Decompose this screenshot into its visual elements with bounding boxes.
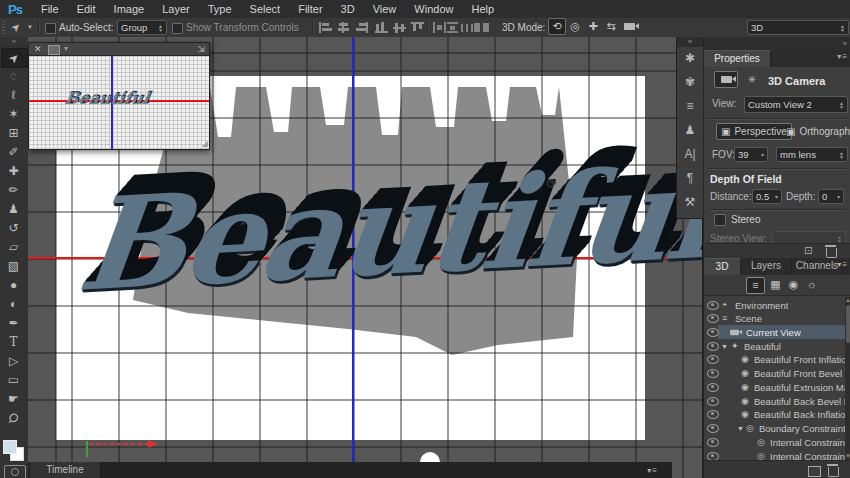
new-item-icon[interactable]: [808, 466, 821, 477]
zoom-tool[interactable]: Ϙ: [1, 409, 26, 427]
panel-menu-icon[interactable]: [837, 260, 848, 269]
dodge-tool[interactable]: ◐: [1, 295, 26, 313]
trash-icon[interactable]: [826, 248, 837, 258]
visibility-eye-icon[interactable]: [707, 355, 719, 364]
adjustments-panel-icon[interactable]: ≡: [677, 94, 703, 118]
visibility-eye-icon[interactable]: [707, 342, 719, 351]
expand-panels-icon[interactable]: «: [677, 37, 703, 47]
pen-tool[interactable]: ✒: [1, 314, 26, 332]
lasso-tool[interactable]: ℓ: [1, 86, 26, 104]
visibility-eye-icon[interactable]: [707, 397, 719, 406]
roll-3d-camera-icon[interactable]: ◎: [567, 19, 583, 34]
options-grip[interactable]: [2, 21, 5, 34]
tab-layers[interactable]: Layers: [741, 258, 792, 274]
dock-collapse-icon[interactable]: »: [704, 37, 850, 50]
panel-menu-icon[interactable]: [647, 466, 658, 475]
visibility-eye-icon[interactable]: [707, 424, 719, 433]
expand-triangle-icon[interactable]: ▼: [737, 422, 744, 435]
scene-row-material[interactable]: ◉ Beautiful Back Inflation M...: [704, 408, 845, 421]
menu-layer[interactable]: Layer: [153, 3, 199, 15]
scene-row-scene[interactable]: ≡ Scene: [704, 312, 845, 325]
eyedropper-tool[interactable]: ✐: [1, 143, 26, 161]
view-thumbnail-icon[interactable]: [48, 45, 60, 55]
healing-brush-tool[interactable]: ✚: [1, 162, 26, 180]
camera-properties-button[interactable]: [714, 71, 738, 88]
panel-menu-icon[interactable]: [837, 52, 848, 61]
filter-lights-icon[interactable]: ☼: [803, 277, 820, 292]
scene-row-material[interactable]: ◉ Beautiful Front Inflation ...: [704, 353, 845, 366]
view-dropdown[interactable]: Custom View 2 ▲▼: [744, 96, 848, 113]
align-bottom-edges-icon[interactable]: [375, 22, 388, 33]
lens-dropdown[interactable]: mm lens ▲▼: [776, 147, 848, 162]
distribute-widths-icon[interactable]: [474, 22, 490, 33]
canvas-viewport[interactable]: Beautiful ⟳ ✕ ▾ ⇲ Beautiful ◢: [28, 37, 702, 478]
eraser-tool[interactable]: ▱: [1, 238, 26, 256]
camera-coordinates-button[interactable]: ✳: [742, 71, 762, 88]
orbit-3d-camera-icon[interactable]: ⟲: [548, 18, 566, 35]
menu-type[interactable]: Type: [199, 3, 241, 15]
visibility-eye-icon[interactable]: [707, 314, 719, 323]
paragraph-panel-icon[interactable]: ¶: [677, 166, 703, 190]
shape-tool[interactable]: ▭: [1, 371, 26, 389]
filter-materials-icon[interactable]: ◉: [785, 277, 802, 292]
styles-panel-icon[interactable]: ✾: [677, 70, 703, 94]
menu-filter[interactable]: Filter: [289, 3, 331, 15]
align-left-edges-icon[interactable]: [319, 22, 332, 33]
scene-row-boundary-constraint[interactable]: ▼ ◎ Boundary Constraint 1: [704, 422, 845, 435]
trash-icon[interactable]: [828, 467, 839, 477]
close-icon[interactable]: ✕: [34, 43, 42, 55]
hand-tool[interactable]: ☛: [1, 390, 26, 408]
slide-3d-camera-icon[interactable]: ⇆: [603, 19, 619, 34]
show-transform-checkbox[interactable]: [172, 23, 183, 34]
scene-row-material[interactable]: ◉ Beautiful Front Bevel Mat...: [704, 367, 845, 380]
workspace-switcher[interactable]: 3D ▲▼: [747, 20, 849, 35]
foreground-color-swatch[interactable]: [3, 440, 17, 454]
tab-properties[interactable]: Properties: [704, 50, 771, 67]
align-vertical-centers-icon[interactable]: [393, 22, 406, 33]
scene-scrollbar[interactable]: ▲ ▼: [845, 297, 850, 460]
move-tool[interactable]: ➤: [1, 48, 28, 68]
align-right-edges-icon[interactable]: [355, 22, 368, 33]
crop-tool[interactable]: ⊞: [1, 124, 26, 142]
scene-row-material[interactable]: ◉ Beautiful Back Bevel Mate...: [704, 395, 845, 408]
magic-wand-tool[interactable]: ✶: [1, 105, 26, 123]
character-panel-icon[interactable]: A|: [677, 142, 703, 166]
perspective-button[interactable]: ▣ Perspective: [716, 123, 792, 140]
menu-image[interactable]: Image: [105, 3, 154, 15]
scroll-up-icon[interactable]: ▲: [845, 297, 850, 304]
distribute-horizontal-icon[interactable]: [433, 22, 446, 33]
app-logo[interactable]: Ps: [8, 2, 22, 17]
visibility-eye-icon[interactable]: [707, 438, 719, 447]
stereo-checkbox[interactable]: [714, 214, 726, 226]
scene-row-beautiful[interactable]: ▼ ✦ Beautiful: [704, 340, 845, 353]
menu-view[interactable]: View: [364, 3, 406, 15]
menu-edit[interactable]: Edit: [68, 3, 105, 15]
distribute-spacing-icon[interactable]: [461, 22, 474, 33]
secondary-view-window[interactable]: ✕ ▾ ⇲ Beautiful ◢: [28, 42, 210, 150]
camera-rotate-widget-icon[interactable]: ⟳: [544, 177, 559, 192]
fov-value-box[interactable]: 39 ▾: [734, 147, 768, 162]
scrollbar-thumb[interactable]: [846, 305, 850, 343]
secondary-view-content[interactable]: Beautiful ◢: [29, 56, 209, 149]
tab-channels[interactable]: Channels: [792, 258, 843, 274]
visibility-eye-icon[interactable]: [707, 383, 719, 392]
clone-source-panel-icon[interactable]: ♟: [677, 118, 703, 142]
align-top-edges-icon[interactable]: [411, 22, 424, 33]
scene-row-internal-constraint[interactable]: ◎ Internal Constraint 2: [704, 436, 845, 449]
menu-3d[interactable]: 3D: [332, 3, 364, 15]
clone-stamp-tool[interactable]: ♟: [1, 200, 26, 218]
auto-select-checkbox[interactable]: [45, 23, 56, 34]
menu-file[interactable]: File: [32, 3, 68, 15]
gradient-tool[interactable]: ▧: [1, 257, 26, 275]
filter-meshes-icon[interactable]: ▦: [767, 277, 784, 292]
secondary-view-titlebar[interactable]: ✕ ▾ ⇲: [29, 43, 209, 56]
tool-preset-dropdown-icon[interactable]: ▾: [26, 20, 34, 34]
menu-help[interactable]: Help: [462, 3, 503, 15]
align-horizontal-centers-icon[interactable]: [337, 22, 350, 33]
filter-whole-scene-icon[interactable]: ≡: [746, 277, 765, 294]
auto-select-target-dropdown[interactable]: Group ▲▼: [117, 20, 167, 35]
tools-panel-icon[interactable]: ⚒: [677, 190, 703, 214]
orthographic-button[interactable]: ▣ Orthographic: [782, 123, 850, 140]
brush-tool[interactable]: ✏: [1, 181, 26, 199]
menu-window[interactable]: Window: [405, 3, 462, 15]
